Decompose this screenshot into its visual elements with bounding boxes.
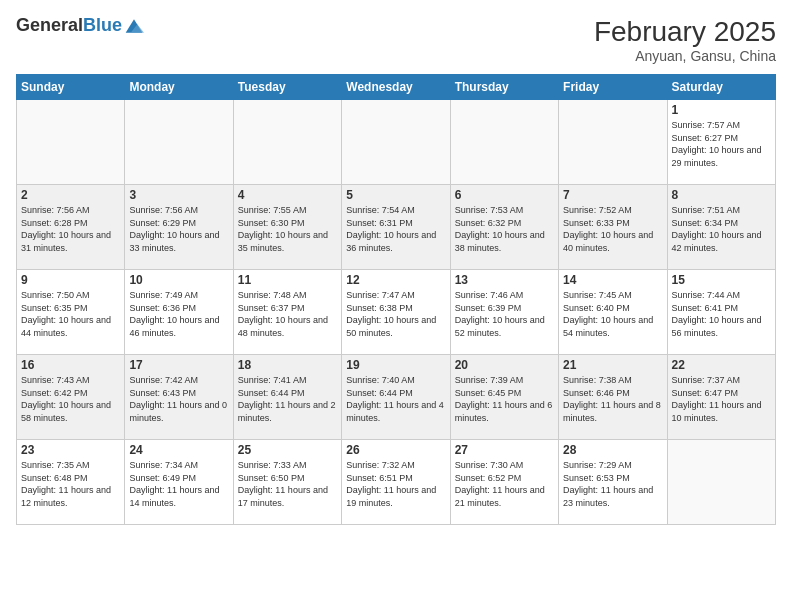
logo: GeneralBlue — [16, 16, 144, 36]
day-info: Sunrise: 7:39 AM Sunset: 6:45 PM Dayligh… — [455, 374, 554, 424]
col-wednesday: Wednesday — [342, 75, 450, 100]
calendar-week-row: 23Sunrise: 7:35 AM Sunset: 6:48 PM Dayli… — [17, 440, 776, 525]
day-number: 25 — [238, 443, 337, 457]
day-number: 5 — [346, 188, 445, 202]
table-row: 27Sunrise: 7:30 AM Sunset: 6:52 PM Dayli… — [450, 440, 558, 525]
day-number: 18 — [238, 358, 337, 372]
table-row: 26Sunrise: 7:32 AM Sunset: 6:51 PM Dayli… — [342, 440, 450, 525]
day-info: Sunrise: 7:37 AM Sunset: 6:47 PM Dayligh… — [672, 374, 771, 424]
table-row: 8Sunrise: 7:51 AM Sunset: 6:34 PM Daylig… — [667, 185, 775, 270]
col-tuesday: Tuesday — [233, 75, 341, 100]
day-number: 20 — [455, 358, 554, 372]
day-number: 24 — [129, 443, 228, 457]
table-row: 14Sunrise: 7:45 AM Sunset: 6:40 PM Dayli… — [559, 270, 667, 355]
day-info: Sunrise: 7:43 AM Sunset: 6:42 PM Dayligh… — [21, 374, 120, 424]
day-info: Sunrise: 7:49 AM Sunset: 6:36 PM Dayligh… — [129, 289, 228, 339]
col-sunday: Sunday — [17, 75, 125, 100]
calendar-week-row: 1Sunrise: 7:57 AM Sunset: 6:27 PM Daylig… — [17, 100, 776, 185]
table-row: 3Sunrise: 7:56 AM Sunset: 6:29 PM Daylig… — [125, 185, 233, 270]
day-number: 3 — [129, 188, 228, 202]
table-row: 5Sunrise: 7:54 AM Sunset: 6:31 PM Daylig… — [342, 185, 450, 270]
calendar-week-row: 2Sunrise: 7:56 AM Sunset: 6:28 PM Daylig… — [17, 185, 776, 270]
calendar-week-row: 16Sunrise: 7:43 AM Sunset: 6:42 PM Dayli… — [17, 355, 776, 440]
day-info: Sunrise: 7:48 AM Sunset: 6:37 PM Dayligh… — [238, 289, 337, 339]
day-info: Sunrise: 7:53 AM Sunset: 6:32 PM Dayligh… — [455, 204, 554, 254]
day-info: Sunrise: 7:56 AM Sunset: 6:28 PM Dayligh… — [21, 204, 120, 254]
month-year: February 2025 — [594, 16, 776, 48]
day-info: Sunrise: 7:30 AM Sunset: 6:52 PM Dayligh… — [455, 459, 554, 509]
table-row: 22Sunrise: 7:37 AM Sunset: 6:47 PM Dayli… — [667, 355, 775, 440]
table-row: 20Sunrise: 7:39 AM Sunset: 6:45 PM Dayli… — [450, 355, 558, 440]
table-row — [125, 100, 233, 185]
table-row: 25Sunrise: 7:33 AM Sunset: 6:50 PM Dayli… — [233, 440, 341, 525]
calendar-table: Sunday Monday Tuesday Wednesday Thursday… — [16, 74, 776, 525]
table-row: 9Sunrise: 7:50 AM Sunset: 6:35 PM Daylig… — [17, 270, 125, 355]
table-row: 4Sunrise: 7:55 AM Sunset: 6:30 PM Daylig… — [233, 185, 341, 270]
col-monday: Monday — [125, 75, 233, 100]
day-number: 15 — [672, 273, 771, 287]
day-info: Sunrise: 7:51 AM Sunset: 6:34 PM Dayligh… — [672, 204, 771, 254]
table-row — [450, 100, 558, 185]
day-number: 8 — [672, 188, 771, 202]
table-row: 15Sunrise: 7:44 AM Sunset: 6:41 PM Dayli… — [667, 270, 775, 355]
day-number: 4 — [238, 188, 337, 202]
day-number: 13 — [455, 273, 554, 287]
day-number: 28 — [563, 443, 662, 457]
title-block: February 2025 Anyuan, Gansu, China — [594, 16, 776, 64]
day-number: 27 — [455, 443, 554, 457]
table-row: 24Sunrise: 7:34 AM Sunset: 6:49 PM Dayli… — [125, 440, 233, 525]
day-info: Sunrise: 7:42 AM Sunset: 6:43 PM Dayligh… — [129, 374, 228, 424]
table-row — [667, 440, 775, 525]
day-number: 19 — [346, 358, 445, 372]
table-row: 13Sunrise: 7:46 AM Sunset: 6:39 PM Dayli… — [450, 270, 558, 355]
day-number: 21 — [563, 358, 662, 372]
col-saturday: Saturday — [667, 75, 775, 100]
table-row: 1Sunrise: 7:57 AM Sunset: 6:27 PM Daylig… — [667, 100, 775, 185]
day-info: Sunrise: 7:52 AM Sunset: 6:33 PM Dayligh… — [563, 204, 662, 254]
day-info: Sunrise: 7:44 AM Sunset: 6:41 PM Dayligh… — [672, 289, 771, 339]
table-row: 16Sunrise: 7:43 AM Sunset: 6:42 PM Dayli… — [17, 355, 125, 440]
day-number: 26 — [346, 443, 445, 457]
day-number: 14 — [563, 273, 662, 287]
day-info: Sunrise: 7:50 AM Sunset: 6:35 PM Dayligh… — [21, 289, 120, 339]
logo-general-text: General — [16, 15, 83, 35]
table-row — [342, 100, 450, 185]
day-number: 7 — [563, 188, 662, 202]
day-info: Sunrise: 7:33 AM Sunset: 6:50 PM Dayligh… — [238, 459, 337, 509]
table-row: 23Sunrise: 7:35 AM Sunset: 6:48 PM Dayli… — [17, 440, 125, 525]
calendar-week-row: 9Sunrise: 7:50 AM Sunset: 6:35 PM Daylig… — [17, 270, 776, 355]
calendar-page: GeneralBlue February 2025 Anyuan, Gansu,… — [0, 0, 792, 612]
day-info: Sunrise: 7:45 AM Sunset: 6:40 PM Dayligh… — [563, 289, 662, 339]
table-row: 19Sunrise: 7:40 AM Sunset: 6:44 PM Dayli… — [342, 355, 450, 440]
logo-icon — [124, 16, 144, 36]
table-row: 12Sunrise: 7:47 AM Sunset: 6:38 PM Dayli… — [342, 270, 450, 355]
day-number: 9 — [21, 273, 120, 287]
day-number: 2 — [21, 188, 120, 202]
col-friday: Friday — [559, 75, 667, 100]
day-number: 23 — [21, 443, 120, 457]
day-info: Sunrise: 7:55 AM Sunset: 6:30 PM Dayligh… — [238, 204, 337, 254]
day-number: 12 — [346, 273, 445, 287]
table-row: 7Sunrise: 7:52 AM Sunset: 6:33 PM Daylig… — [559, 185, 667, 270]
table-row — [233, 100, 341, 185]
table-row: 28Sunrise: 7:29 AM Sunset: 6:53 PM Dayli… — [559, 440, 667, 525]
day-info: Sunrise: 7:54 AM Sunset: 6:31 PM Dayligh… — [346, 204, 445, 254]
header: GeneralBlue February 2025 Anyuan, Gansu,… — [16, 16, 776, 64]
col-thursday: Thursday — [450, 75, 558, 100]
table-row: 17Sunrise: 7:42 AM Sunset: 6:43 PM Dayli… — [125, 355, 233, 440]
day-info: Sunrise: 7:56 AM Sunset: 6:29 PM Dayligh… — [129, 204, 228, 254]
day-info: Sunrise: 7:32 AM Sunset: 6:51 PM Dayligh… — [346, 459, 445, 509]
day-info: Sunrise: 7:29 AM Sunset: 6:53 PM Dayligh… — [563, 459, 662, 509]
location: Anyuan, Gansu, China — [594, 48, 776, 64]
day-number: 1 — [672, 103, 771, 117]
table-row: 11Sunrise: 7:48 AM Sunset: 6:37 PM Dayli… — [233, 270, 341, 355]
logo-blue-text: Blue — [83, 15, 122, 35]
day-number: 10 — [129, 273, 228, 287]
table-row: 21Sunrise: 7:38 AM Sunset: 6:46 PM Dayli… — [559, 355, 667, 440]
day-info: Sunrise: 7:35 AM Sunset: 6:48 PM Dayligh… — [21, 459, 120, 509]
table-row — [559, 100, 667, 185]
day-number: 16 — [21, 358, 120, 372]
day-info: Sunrise: 7:57 AM Sunset: 6:27 PM Dayligh… — [672, 119, 771, 169]
day-number: 6 — [455, 188, 554, 202]
day-info: Sunrise: 7:34 AM Sunset: 6:49 PM Dayligh… — [129, 459, 228, 509]
